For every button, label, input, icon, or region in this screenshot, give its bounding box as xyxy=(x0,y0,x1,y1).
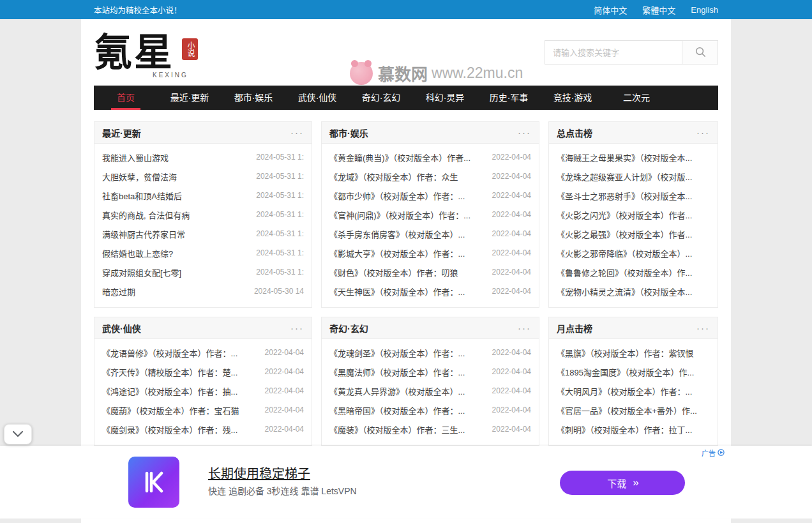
novel-link[interactable]: 《鸿途记》（校对版全本）作者：抽... xyxy=(102,385,259,397)
ad-badge[interactable]: 广告 xyxy=(702,448,725,458)
ad-headline-link[interactable]: 长期使用稳定梯子 xyxy=(208,464,310,482)
panel: 月点击榜 ··· 《黑旗》（校对版全本）作者：紫钗恨 《1895淘金国度》（校对… xyxy=(548,317,718,446)
nav-item-label: 武侠·仙侠 xyxy=(298,93,337,103)
nav-item[interactable]: 武侠·仙侠 xyxy=(285,86,349,110)
site-header: 氪星 小说 KEXING xyxy=(94,19,718,86)
novel-link[interactable]: 满级神厨古代养家日常 xyxy=(102,228,250,240)
update-date: 2022-04-04 xyxy=(492,348,531,357)
novel-link[interactable]: 《火影之最强》（校对版全本）作者... xyxy=(557,228,710,240)
nav-item[interactable]: 竞技·游戏 xyxy=(541,86,605,110)
nav-item[interactable]: 历史·军事 xyxy=(477,86,541,110)
novel-link[interactable]: 假结婚也敢上恋综? xyxy=(102,247,250,259)
list-item: 《影城大亨》（校对版全本）作者：... 2022-04-04 xyxy=(329,243,531,262)
panel-more-button[interactable]: ··· xyxy=(290,323,304,333)
novel-link[interactable]: 《魔装》（校对版全本）作者：三生... xyxy=(329,423,486,436)
novel-link[interactable]: 《都市少帅》（校对版全本）作者：... xyxy=(329,190,486,202)
novel-link[interactable]: 《龙域》（校对版全本）作者：众生 xyxy=(329,171,486,183)
nav-item[interactable]: 都市·娱乐 xyxy=(222,86,285,110)
novel-link[interactable]: 《魔剑录》（校对版全本）作者：残... xyxy=(102,423,259,436)
novel-link[interactable]: 《宠物小精灵之流清》（校对版全本... xyxy=(557,285,710,298)
update-date: 2024-05-31 1: xyxy=(256,210,304,219)
novel-link[interactable]: 《刺明》（校对版全本）作者：拉丁... xyxy=(557,423,710,436)
search-bar xyxy=(545,40,718,64)
nav-item-label: 二次元 xyxy=(623,93,650,103)
panel-more-button[interactable]: ··· xyxy=(696,323,710,333)
novel-link[interactable]: 社畜beta和顶A结婚后 xyxy=(102,190,250,202)
list-item: 《龙珠之超级赛亚人计划》（校对版... xyxy=(557,167,710,186)
novel-link[interactable]: 《黑旗》（校对版全本）作者：紫钗恨 xyxy=(557,347,710,359)
list-item: 《黑旗》（校对版全本）作者：紫钗恨 xyxy=(557,343,710,362)
list-item: 我能进入蜀山游戏 2024-05-31 1: xyxy=(102,148,304,167)
panel-more-button[interactable]: ··· xyxy=(696,128,710,137)
nav-item-label: 奇幻·玄幻 xyxy=(362,93,401,103)
search-input[interactable] xyxy=(545,40,682,64)
novel-link[interactable]: 《龙珠之超级赛亚人计划》（校对版... xyxy=(557,171,710,183)
update-date: 2022-04-04 xyxy=(492,153,531,162)
panels-grid: 最近·更新 ··· 我能进入蜀山游戏 2024-05-31 1: 大胆妖孽，贫僧… xyxy=(94,121,718,446)
novel-link[interactable]: 《影城大亨》（校对版全本）作者：... xyxy=(329,247,486,259)
novel-link[interactable]: 《龙魂剑圣》（校对版全本）作者：... xyxy=(329,347,486,359)
nav-item[interactable]: 奇幻·玄幻 xyxy=(349,86,413,110)
update-date: 2022-04-04 xyxy=(492,287,531,296)
lang-link[interactable]: 繁體中文 xyxy=(642,4,675,16)
update-date: 2022-04-04 xyxy=(492,229,531,238)
ad-download-button[interactable]: 下载 » xyxy=(560,471,685,495)
nav-item[interactable]: 科幻·灵异 xyxy=(413,86,477,110)
novel-link[interactable]: 《火影之邪帝降临》（校对版全本）... xyxy=(557,247,710,259)
panel-header: 总点击榜 ··· xyxy=(549,122,718,144)
novel-link[interactable]: 《1895淘金国度》（校对版全本）作... xyxy=(557,366,710,378)
panel-list: 我能进入蜀山游戏 2024-05-31 1: 大胆妖孽，贫僧法海 2024-05… xyxy=(94,144,312,307)
novel-link[interactable]: 大胆妖孽，贫僧法海 xyxy=(102,171,250,183)
list-item: 《圣斗士之邪恶射手》（校对版全本... xyxy=(557,186,710,205)
ad-collapse-button[interactable] xyxy=(4,424,32,444)
novel-link[interactable]: 《黑暗帝国》（校对版全本）作者：... xyxy=(329,404,486,416)
novel-link[interactable]: 《官神(问鼎)》（校对版全本）作者：... xyxy=(329,209,486,221)
panel-title: 总点击榜 xyxy=(557,126,592,139)
novel-link[interactable]: 《火影之闪光》（校对版全本）作者... xyxy=(557,209,710,221)
novel-link[interactable]: 《齐天传》（精校版全本）作者：楚... xyxy=(102,366,259,378)
novel-link[interactable]: 《官居一品》（校对版全本+番外）作... xyxy=(557,404,710,416)
novel-link[interactable]: 《杀手房东俏房客》（校对版全本）... xyxy=(329,228,486,240)
novel-link[interactable]: 真实的商战, 合法但有病 xyxy=(102,209,250,221)
novel-link[interactable]: 《黑魔法师》（校对版全本）作者：... xyxy=(329,366,486,378)
logo-subtitle: KEXING xyxy=(153,72,188,79)
update-date: 2022-04-04 xyxy=(265,425,304,434)
novel-link[interactable]: 《圣斗士之邪恶射手》（校对版全本... xyxy=(557,190,710,202)
panel: 总点击榜 ··· 《海贼王之母巢果实》（校对版全本... 《龙珠之超级赛亚人计划… xyxy=(548,121,718,308)
update-date: 2022-04-04 xyxy=(492,386,531,395)
lang-link[interactable]: 简体中文 xyxy=(594,4,627,16)
nav-item[interactable]: 最近·更新 xyxy=(158,86,222,110)
panel-more-button[interactable]: ··· xyxy=(290,128,304,137)
novel-link[interactable]: 穿成对照组女配[七零] xyxy=(102,266,250,278)
novel-link[interactable]: 《龙语兽修》（校对版全本）作者：... xyxy=(102,347,259,359)
list-item: 《龙语兽修》（校对版全本）作者：... 2022-04-04 xyxy=(102,343,304,362)
list-item: 《黄金瞳(典当)》（校对版全本）作者... 2022-04-04 xyxy=(329,148,531,167)
panel-more-button[interactable]: ··· xyxy=(518,128,531,137)
anchor-ad[interactable]: 广告 长期使用稳定梯子 快连 追剧必备 3秒连线 靠谱 LetsVPN xyxy=(0,446,812,519)
lang-link[interactable]: English xyxy=(691,5,718,15)
nav-item[interactable]: 二次元 xyxy=(605,86,668,110)
novel-link[interactable]: 《黄金瞳(典当)》（校对版全本）作者... xyxy=(329,151,486,163)
search-button[interactable] xyxy=(682,40,718,64)
novel-link[interactable]: 我能进入蜀山游戏 xyxy=(102,151,250,163)
panel: 最近·更新 ··· 我能进入蜀山游戏 2024-05-31 1: 大胆妖孽，贫僧… xyxy=(94,121,312,308)
novel-link[interactable]: 《大明风月》（校对版全本）作者：... xyxy=(557,385,710,397)
nav-item[interactable]: 首页 xyxy=(94,86,158,110)
list-item: 《火影之闪光》（校对版全本）作者... xyxy=(557,205,710,224)
novel-link[interactable]: 暗恋过期 xyxy=(102,285,248,298)
novel-link[interactable]: 《海贼王之母巢果实》（校对版全本... xyxy=(557,151,710,163)
update-date: 2022-04-04 xyxy=(265,367,304,376)
site-logo[interactable]: 氪星 小说 KEXING xyxy=(94,23,228,82)
novel-link[interactable]: 《黄龙真人异界游》（校对版全本）... xyxy=(329,385,486,397)
panel: 武侠·仙侠 ··· 《龙语兽修》（校对版全本）作者：... 2022-04-04… xyxy=(94,317,312,446)
update-date: 2022-04-04 xyxy=(492,191,531,200)
letsvpn-logo[interactable] xyxy=(128,457,179,508)
update-date: 2024-05-31 1: xyxy=(256,172,304,181)
novel-link[interactable]: 《天生神医》（校对版全本）作者：... xyxy=(329,285,486,298)
novel-link[interactable]: 《财色》（校对版全本）作者：叨狼 xyxy=(329,266,486,278)
panel-more-button[interactable]: ··· xyxy=(518,323,531,333)
novel-link[interactable]: 《鲁鲁修之轮回》（校对版全本）作... xyxy=(557,266,710,278)
novel-link[interactable]: 《魔葫》（校对版全本）作者：宝石猫 xyxy=(102,404,259,416)
panel-title: 都市·娱乐 xyxy=(329,126,368,139)
list-item: 《大明风月》（校对版全本）作者：... xyxy=(557,381,710,400)
